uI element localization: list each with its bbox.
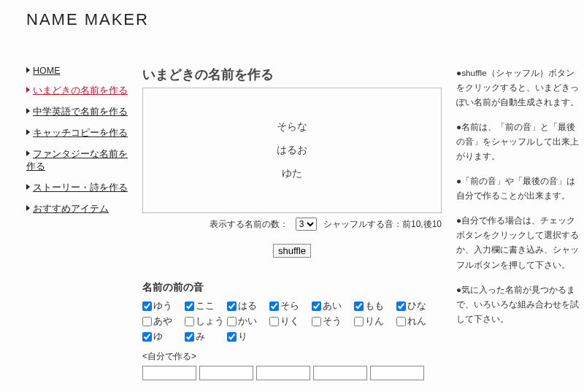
chevron-right-icon xyxy=(26,67,30,73)
sound-checkbox[interactable] xyxy=(354,317,364,326)
sound-option[interactable]: もも xyxy=(354,300,395,312)
generated-name: そらな xyxy=(143,120,441,134)
sound-option[interactable]: あや xyxy=(142,315,183,328)
sidebar-item-3[interactable]: キャッチコピーを作る xyxy=(26,127,137,139)
chevron-right-icon xyxy=(26,108,30,114)
sound-checkbox[interactable] xyxy=(354,301,364,311)
sidebar-link[interactable]: HOME xyxy=(33,66,61,76)
custom-sound-input[interactable] xyxy=(370,366,424,380)
sound-checkbox[interactable] xyxy=(227,332,237,342)
header: NAME MAKER xyxy=(0,0,584,36)
sound-option[interactable]: りん xyxy=(354,315,395,328)
custom-sound-input[interactable] xyxy=(313,366,367,380)
sound-option[interactable]: りく xyxy=(269,315,310,328)
sound-option[interactable]: しょう xyxy=(185,315,226,328)
sound-label: そら xyxy=(280,300,299,312)
sidebar-item-0[interactable]: HOME xyxy=(26,66,137,76)
sidebar-item-5[interactable]: ストーリー・詩を作る xyxy=(26,182,137,194)
sound-checkbox[interactable] xyxy=(269,301,279,311)
sidebar-link[interactable]: いまどきの名前を作る xyxy=(33,85,128,96)
help-paragraph: ●自分で作る場合は、チェックボタンをクリックして選択するか、入力欄に書き込み、シ… xyxy=(456,213,580,272)
custom-make-label: <自分で作る> xyxy=(142,350,442,363)
front-sounds-heading: 名前の前の音 xyxy=(142,281,442,294)
shuffle-info: シャッフルする音：前10,後10 xyxy=(323,219,442,229)
sidebar-item-1[interactable]: いまどきの名前を作る xyxy=(26,85,137,97)
count-controls: 表示する名前の数： 3 シャッフルする音：前10,後10 xyxy=(142,218,442,231)
sound-option[interactable]: れん xyxy=(396,315,437,328)
sound-label: ひな xyxy=(407,300,426,312)
sound-option[interactable]: かい xyxy=(227,315,268,328)
custom-sound-input[interactable] xyxy=(142,366,196,380)
help-paragraph: ●「前の音」や「最後の音」は自分で作ることが出来ます。 xyxy=(456,174,580,203)
chevron-right-icon xyxy=(26,87,30,93)
sound-option[interactable]: はる xyxy=(227,300,268,312)
sound-option[interactable]: そら xyxy=(269,300,310,312)
sound-checkbox[interactable] xyxy=(142,317,152,326)
sound-checkbox[interactable] xyxy=(185,301,194,311)
sidebar: HOMEいまどきの名前を作る中学英語で名前を作るキャッチコピーを作るファンタジー… xyxy=(0,66,142,224)
sidebar-link[interactable]: 中学英語で名前を作る xyxy=(33,107,128,117)
sound-option[interactable]: み xyxy=(185,331,226,343)
sound-label: ゆう xyxy=(153,300,172,312)
custom-inputs-row xyxy=(142,366,442,380)
sound-label: りく xyxy=(280,315,299,328)
sidebar-link[interactable]: ストーリー・詩を作る xyxy=(33,182,128,193)
sound-label: れん xyxy=(407,315,426,328)
sidebar-item-6[interactable]: おすすめアイテム xyxy=(26,203,137,215)
count-label: 表示する名前の数： xyxy=(210,219,288,229)
sound-option[interactable]: り xyxy=(227,331,268,343)
sound-label: りん xyxy=(365,315,384,328)
sound-option[interactable]: そう xyxy=(312,315,353,328)
sound-label: かい xyxy=(238,315,257,328)
sound-label: み xyxy=(196,331,205,343)
sidebar-link[interactable]: おすすめアイテム xyxy=(33,204,109,214)
generated-names-box: そらなはるおゆた xyxy=(142,88,442,213)
generated-name: はるお xyxy=(143,144,441,157)
chevron-right-icon xyxy=(26,129,30,135)
sound-checkbox[interactable] xyxy=(185,317,194,326)
sound-label: あや xyxy=(153,315,172,328)
sound-checkbox[interactable] xyxy=(396,317,406,326)
chevron-right-icon xyxy=(26,184,30,190)
sound-checkbox[interactable] xyxy=(142,301,152,311)
help-aside: ●shuffle（シャッフル）ボタンをクリックすると、いまどきっぽい名前が自動生… xyxy=(449,66,580,337)
help-paragraph: ●名前は、「前の音」と「最後の音」をシャッフルして出来上がります。 xyxy=(456,120,580,164)
custom-sound-input[interactable] xyxy=(199,366,253,380)
sound-label: あい xyxy=(323,300,342,312)
sound-option[interactable]: ゆ xyxy=(142,331,183,343)
sound-checkbox[interactable] xyxy=(185,332,194,342)
front-sounds-grid: ゆうここはるそらあいももひなあやしょうかいりくそうりんれんゆみり xyxy=(142,300,442,343)
site-logo: NAME MAKER xyxy=(26,10,149,28)
sound-checkbox[interactable] xyxy=(142,332,152,342)
generated-name: ゆた xyxy=(143,167,441,180)
shuffle-button[interactable]: shuffle xyxy=(273,244,311,258)
sound-label: ゆ xyxy=(153,331,163,343)
chevron-right-icon xyxy=(26,150,30,156)
sidebar-item-2[interactable]: 中学英語で名前を作る xyxy=(26,106,137,118)
sound-option[interactable]: ゆう xyxy=(142,300,183,312)
sound-option[interactable]: ここ xyxy=(185,300,226,312)
sound-checkbox[interactable] xyxy=(269,317,279,326)
page-title: いまどきの名前を作る xyxy=(142,66,442,83)
sound-checkbox[interactable] xyxy=(396,301,406,311)
sound-option[interactable]: あい xyxy=(312,300,353,312)
sidebar-link[interactable]: ファンタジーな名前を作る xyxy=(26,149,128,172)
sound-label: もも xyxy=(365,300,384,312)
sound-label: そう xyxy=(323,315,342,328)
custom-sound-input[interactable] xyxy=(256,366,310,380)
sound-option[interactable]: ひな xyxy=(396,300,437,312)
sidebar-item-4[interactable]: ファンタジーな名前を作る xyxy=(26,148,137,173)
main-content: いまどきの名前を作る そらなはるおゆた 表示する名前の数： 3 シャッフルする音… xyxy=(142,66,449,380)
help-paragraph: ●気に入った名前が見つかるまで、いろいろな組み合わせを試して下さい。 xyxy=(456,283,580,326)
count-select[interactable]: 3 xyxy=(296,218,317,231)
sound-checkbox[interactable] xyxy=(312,317,321,326)
help-paragraph: ●shuffle（シャッフル）ボタンをクリックすると、いまどきっぽい名前が自動生… xyxy=(456,66,580,109)
sound-checkbox[interactable] xyxy=(312,301,321,311)
sound-label: はる xyxy=(238,300,257,312)
sound-checkbox[interactable] xyxy=(227,317,237,326)
sound-label: り xyxy=(238,331,247,343)
sound-checkbox[interactable] xyxy=(227,301,237,311)
sidebar-link[interactable]: キャッチコピーを作る xyxy=(33,128,128,138)
chevron-right-icon xyxy=(26,205,30,211)
sound-label: しょう xyxy=(196,315,224,328)
